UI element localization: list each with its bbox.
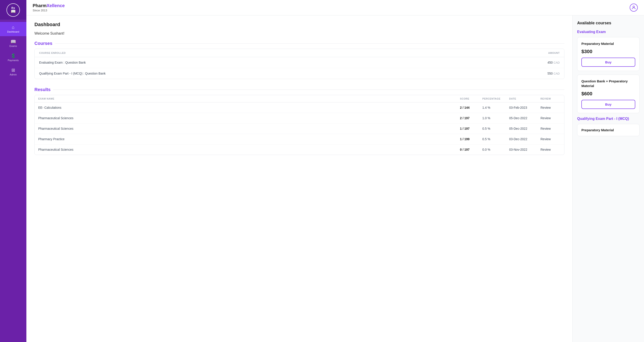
table-row: Qualifying Exam Part - I (MCQ) : Questio…	[35, 68, 564, 79]
sidebar-item-dashboard-label: Dashboard	[7, 30, 19, 33]
sidebar-item-payments[interactable]: 💲 Payments	[0, 50, 26, 65]
course-card-title: Preparatory Material	[582, 41, 635, 46]
review-link[interactable]: Review	[540, 106, 560, 109]
brand-name: PharmXellence	[33, 3, 64, 8]
sidebar-item-exams[interactable]: 📖 Exams	[0, 36, 26, 50]
exam-name: EE- Calculations	[38, 106, 460, 109]
course-name: Qualifying Exam Part - I (MCQ) : Questio…	[39, 72, 106, 75]
review-link[interactable]: Review	[540, 137, 560, 141]
exam-score: 2 / 197	[460, 116, 482, 120]
exam-date: 03-Feb-2023	[509, 106, 540, 109]
course-name: Evaluating Exam : Question Bank	[39, 61, 86, 64]
grid-icon: ⊞	[12, 68, 15, 72]
sidebar-item-exams-label: Exams	[10, 45, 17, 47]
table-row: EE- Calculations 2 / 144 1.4 % 03-Feb-20…	[35, 102, 564, 113]
qualifying-prep-material-card: Preparatory Material	[577, 124, 640, 136]
sidebar-item-dashboard[interactable]: ⌂ Dashboard	[0, 22, 26, 36]
home-icon: ⌂	[12, 25, 14, 29]
course-price: $600	[582, 91, 635, 97]
logo-circle: Rx 📖	[6, 3, 20, 17]
exam-name: Pharmaceutical Sciences	[38, 148, 460, 151]
exam-score: 2 / 144	[460, 106, 482, 109]
qualifying-exam-section: Qualifying Exam Part - I (MCQ) Preparato…	[577, 117, 640, 136]
page-title: Dashboard	[34, 22, 564, 27]
course-card-prep-material: Preparatory Material $300 Buy	[577, 37, 640, 71]
courses-table-header: COURSE ENROLLED AMOUNT	[35, 49, 564, 57]
exam-percentage: 0.0 %	[482, 148, 509, 151]
course-price: $300	[582, 49, 635, 54]
exam-date: 05-Dec-2022	[509, 116, 540, 120]
brand-highlight: Xellence	[46, 3, 64, 8]
col-review: REVIEW	[540, 97, 560, 100]
available-courses-title: Available courses	[577, 21, 640, 25]
sidebar: Rx 📖 ⌂ Dashboard 📖 Exams 💲 Payments ⊞ Ad…	[0, 0, 26, 342]
exam-date: 05-Dec-2022	[509, 127, 540, 130]
exam-score: 1 / 197	[460, 127, 482, 130]
col-exam-name: EXAM NAME	[38, 97, 460, 100]
results-table: EXAM NAME SCORE PERCENTAGE DATE REVIEW E…	[34, 95, 564, 155]
table-row: Pharmaceutical Sciences 2 / 197 1.0 % 05…	[35, 113, 564, 124]
col-date: DATE	[509, 97, 540, 100]
welcome-message: Welcome Sushant!	[34, 31, 564, 35]
results-table-header: EXAM NAME SCORE PERCENTAGE DATE REVIEW	[35, 95, 564, 102]
main-panel: Dashboard Welcome Sushant! Courses COURS…	[26, 15, 572, 342]
course-amount: 550 CAD	[548, 72, 560, 75]
table-row: Pharmaceutical Sciences 0 / 197 0.0 % 03…	[35, 145, 564, 155]
exam-score: 1 / 199	[460, 137, 482, 141]
qualifying-prep-material-title: Preparatory Material	[582, 128, 635, 132]
exam-date: 03-Nov-2022	[509, 148, 540, 151]
course-amount: 450 CAD	[548, 61, 560, 64]
exam-percentage: 0.5 %	[482, 137, 509, 141]
buy-button[interactable]: Buy	[582, 58, 635, 67]
review-link[interactable]: Review	[540, 116, 560, 120]
svg-point-0	[633, 6, 634, 7]
evaluating-exam-section-title: Evaluating Exam	[577, 30, 640, 34]
exam-name: Pharmaceutical Sciences	[38, 127, 460, 130]
exam-name: Pharmacy Practice	[38, 137, 460, 141]
review-link[interactable]: Review	[540, 127, 560, 130]
exam-date: 03-Dec-2022	[509, 137, 540, 141]
table-row: Pharmacy Practice 1 / 199 0.5 % 03-Dec-2…	[35, 134, 564, 145]
book-icon: 📖	[10, 39, 16, 44]
buy-button[interactable]: Buy	[582, 100, 635, 109]
content-area: Dashboard Welcome Sushant! Courses COURS…	[26, 15, 644, 342]
exam-percentage: 1.0 %	[482, 116, 509, 120]
qualifying-exam-section-title: Qualifying Exam Part - I (MCQ)	[577, 117, 640, 121]
main-wrapper: PharmXellence Since 2013 Dashboard Welco…	[26, 0, 644, 342]
courses-table: COURSE ENROLLED AMOUNT Evaluating Exam :…	[34, 49, 564, 79]
sidebar-item-payments-label: Payments	[8, 59, 19, 62]
course-card-qb-prep: Question Bank + Preparatory Material $60…	[577, 75, 640, 113]
results-section-title: Results	[34, 87, 564, 92]
sidebar-nav: ⌂ Dashboard 📖 Exams 💲 Payments ⊞ Admin	[0, 22, 26, 79]
courses-col-amount: AMOUNT	[548, 52, 560, 54]
courses-section-title: Courses	[34, 41, 564, 46]
review-link[interactable]: Review	[540, 148, 560, 151]
exam-percentage: 0.5 %	[482, 127, 509, 130]
user-avatar-button[interactable]	[630, 3, 638, 12]
table-row: Evaluating Exam : Question Bank 450 CAD	[35, 57, 564, 68]
exam-name: Pharmaceutical Sciences	[38, 116, 460, 120]
right-sidebar: Available courses Evaluating Exam Prepar…	[572, 15, 644, 342]
evaluating-exam-section: Evaluating Exam Preparatory Material $30…	[577, 30, 640, 113]
col-score: SCORE	[460, 97, 482, 100]
brand-tagline: Since 2013	[33, 9, 64, 12]
dollar-icon: 💲	[10, 54, 16, 58]
logo-book-icon: 📖	[11, 9, 16, 13]
course-card-title: Question Bank + Preparatory Material	[582, 79, 635, 88]
sidebar-item-admin-label: Admin	[10, 73, 16, 76]
table-row: Pharmaceutical Sciences 1 / 197 0.5 % 05…	[35, 124, 564, 134]
header: PharmXellence Since 2013	[26, 0, 644, 15]
exam-score: 0 / 197	[460, 148, 482, 151]
courses-col-name: COURSE ENROLLED	[39, 52, 66, 54]
sidebar-logo: Rx 📖	[0, 0, 26, 20]
exam-percentage: 1.4 %	[482, 106, 509, 109]
brand-prefix: Pharm	[33, 3, 46, 8]
brand-block: PharmXellence Since 2013	[33, 3, 64, 12]
sidebar-item-admin[interactable]: ⊞ Admin	[0, 65, 26, 79]
col-percentage: PERCENTAGE	[482, 97, 509, 100]
